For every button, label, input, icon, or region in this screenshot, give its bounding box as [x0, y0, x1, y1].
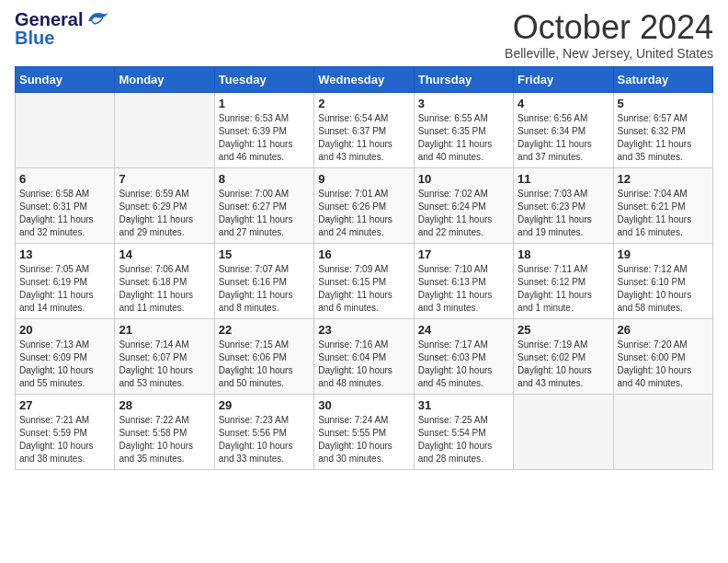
day-info: Sunrise: 6:54 AM Sunset: 6:37 PM Dayligh…: [318, 112, 409, 164]
day-info: Sunrise: 7:12 AM Sunset: 6:10 PM Dayligh…: [618, 263, 709, 315]
week-row-4: 20Sunrise: 7:13 AM Sunset: 6:09 PM Dayli…: [16, 318, 713, 394]
day-header-friday: Friday: [514, 66, 613, 92]
week-row-5: 27Sunrise: 7:21 AM Sunset: 5:59 PM Dayli…: [16, 394, 713, 469]
title-block: October 2024 Belleville, New Jersey, Uni…: [505, 9, 713, 61]
calendar-cell: 13Sunrise: 7:05 AM Sunset: 6:19 PM Dayli…: [16, 243, 115, 318]
day-info: Sunrise: 7:09 AM Sunset: 6:15 PM Dayligh…: [318, 263, 409, 315]
calendar-cell: 19Sunrise: 7:12 AM Sunset: 6:10 PM Dayli…: [613, 243, 712, 318]
calendar-cell: 10Sunrise: 7:02 AM Sunset: 6:24 PM Dayli…: [414, 167, 513, 243]
calendar-cell: [115, 92, 214, 167]
header: General Blue October 2024 Belleville, Ne…: [15, 9, 713, 61]
calendar-cell: 30Sunrise: 7:24 AM Sunset: 5:55 PM Dayli…: [314, 394, 414, 469]
day-info: Sunrise: 7:10 AM Sunset: 6:13 PM Dayligh…: [418, 263, 509, 315]
calendar-cell: 18Sunrise: 7:11 AM Sunset: 6:12 PM Dayli…: [514, 243, 613, 318]
calendar-cell: 28Sunrise: 7:22 AM Sunset: 5:58 PM Dayli…: [115, 394, 214, 469]
calendar-table: SundayMondayTuesdayWednesdayThursdayFrid…: [15, 66, 713, 470]
day-number: 13: [19, 247, 110, 261]
day-number: 27: [19, 398, 110, 412]
week-row-1: 1Sunrise: 6:53 AM Sunset: 6:39 PM Daylig…: [16, 92, 713, 167]
calendar-cell: 3Sunrise: 6:55 AM Sunset: 6:35 PM Daylig…: [414, 92, 513, 167]
day-header-wednesday: Wednesday: [314, 66, 414, 92]
day-number: 9: [318, 172, 409, 186]
calendar-cell: 4Sunrise: 6:56 AM Sunset: 6:34 PM Daylig…: [514, 92, 613, 167]
day-header-thursday: Thursday: [414, 66, 513, 92]
day-info: Sunrise: 7:15 AM Sunset: 6:06 PM Dayligh…: [219, 339, 310, 390]
day-info: Sunrise: 7:01 AM Sunset: 6:26 PM Dayligh…: [318, 188, 409, 239]
day-number: 16: [318, 247, 409, 261]
calendar-cell: 2Sunrise: 6:54 AM Sunset: 6:37 PM Daylig…: [314, 92, 414, 167]
day-info: Sunrise: 7:05 AM Sunset: 6:19 PM Dayligh…: [19, 263, 110, 315]
day-info: Sunrise: 6:53 AM Sunset: 6:39 PM Dayligh…: [219, 112, 310, 164]
day-info: Sunrise: 7:17 AM Sunset: 6:03 PM Dayligh…: [418, 339, 509, 390]
day-info: Sunrise: 7:16 AM Sunset: 6:04 PM Dayligh…: [318, 339, 409, 390]
day-info: Sunrise: 6:57 AM Sunset: 6:32 PM Dayligh…: [618, 112, 709, 164]
day-number: 25: [518, 323, 609, 337]
day-info: Sunrise: 7:14 AM Sunset: 6:07 PM Dayligh…: [119, 339, 210, 390]
day-number: 17: [418, 247, 509, 261]
day-info: Sunrise: 7:23 AM Sunset: 5:56 PM Dayligh…: [219, 414, 310, 465]
day-number: 30: [318, 398, 409, 412]
day-number: 4: [518, 97, 609, 110]
calendar-cell: 16Sunrise: 7:09 AM Sunset: 6:15 PM Dayli…: [314, 243, 414, 318]
day-info: Sunrise: 6:55 AM Sunset: 6:35 PM Dayligh…: [418, 112, 509, 164]
day-info: Sunrise: 7:04 AM Sunset: 6:21 PM Dayligh…: [618, 188, 709, 239]
day-header-monday: Monday: [115, 66, 214, 92]
calendar-cell: 26Sunrise: 7:20 AM Sunset: 6:00 PM Dayli…: [613, 318, 712, 394]
day-info: Sunrise: 7:25 AM Sunset: 5:54 PM Dayligh…: [418, 414, 509, 465]
day-info: Sunrise: 6:58 AM Sunset: 6:31 PM Dayligh…: [19, 188, 110, 239]
day-info: Sunrise: 7:00 AM Sunset: 6:27 PM Dayligh…: [219, 188, 310, 239]
calendar-cell: 21Sunrise: 7:14 AM Sunset: 6:07 PM Dayli…: [115, 318, 214, 394]
calendar-cell: 27Sunrise: 7:21 AM Sunset: 5:59 PM Dayli…: [16, 394, 115, 469]
day-info: Sunrise: 7:07 AM Sunset: 6:16 PM Dayligh…: [219, 263, 310, 315]
calendar-cell: 31Sunrise: 7:25 AM Sunset: 5:54 PM Dayli…: [414, 394, 513, 469]
day-info: Sunrise: 7:13 AM Sunset: 6:09 PM Dayligh…: [19, 339, 110, 390]
day-info: Sunrise: 7:06 AM Sunset: 6:18 PM Dayligh…: [119, 263, 210, 315]
day-info: Sunrise: 7:03 AM Sunset: 6:23 PM Dayligh…: [518, 188, 609, 239]
calendar-cell: 1Sunrise: 6:53 AM Sunset: 6:39 PM Daylig…: [214, 92, 313, 167]
week-row-2: 6Sunrise: 6:58 AM Sunset: 6:31 PM Daylig…: [16, 167, 713, 243]
day-number: 19: [618, 247, 709, 261]
calendar-cell: 24Sunrise: 7:17 AM Sunset: 6:03 PM Dayli…: [414, 318, 513, 394]
calendar-cell: 15Sunrise: 7:07 AM Sunset: 6:16 PM Dayli…: [214, 243, 313, 318]
day-number: 15: [219, 247, 310, 261]
day-header-saturday: Saturday: [613, 66, 712, 92]
calendar-cell: 7Sunrise: 6:59 AM Sunset: 6:29 PM Daylig…: [115, 167, 214, 243]
month-title: October 2024: [505, 9, 713, 46]
day-info: Sunrise: 7:22 AM Sunset: 5:58 PM Dayligh…: [119, 414, 210, 465]
calendar-container: General Blue October 2024 Belleville, Ne…: [0, 0, 728, 485]
calendar-cell: [16, 92, 115, 167]
day-number: 26: [618, 323, 709, 337]
logo: General Blue: [15, 9, 110, 49]
calendar-cell: 14Sunrise: 7:06 AM Sunset: 6:18 PM Dayli…: [115, 243, 214, 318]
day-header-sunday: Sunday: [16, 66, 115, 92]
day-number: 5: [618, 97, 709, 110]
day-number: 29: [219, 398, 310, 412]
day-number: 1: [219, 97, 310, 110]
logo-bird-icon: [85, 8, 110, 29]
day-info: Sunrise: 6:56 AM Sunset: 6:34 PM Dayligh…: [518, 112, 609, 164]
day-info: Sunrise: 7:21 AM Sunset: 5:59 PM Dayligh…: [19, 414, 110, 465]
calendar-cell: [514, 394, 613, 469]
header-row: SundayMondayTuesdayWednesdayThursdayFrid…: [16, 66, 713, 92]
calendar-cell: 22Sunrise: 7:15 AM Sunset: 6:06 PM Dayli…: [214, 318, 313, 394]
day-number: 31: [418, 398, 509, 412]
day-number: 22: [219, 323, 310, 337]
day-number: 28: [119, 398, 210, 412]
day-info: Sunrise: 7:19 AM Sunset: 6:02 PM Dayligh…: [518, 339, 609, 390]
day-number: 18: [518, 247, 609, 261]
day-number: 8: [219, 172, 310, 186]
calendar-cell: 20Sunrise: 7:13 AM Sunset: 6:09 PM Dayli…: [16, 318, 115, 394]
day-number: 7: [119, 172, 210, 186]
calendar-cell: 23Sunrise: 7:16 AM Sunset: 6:04 PM Dayli…: [314, 318, 414, 394]
calendar-cell: 12Sunrise: 7:04 AM Sunset: 6:21 PM Dayli…: [613, 167, 712, 243]
day-number: 6: [19, 172, 110, 186]
calendar-cell: 17Sunrise: 7:10 AM Sunset: 6:13 PM Dayli…: [414, 243, 513, 318]
day-number: 21: [119, 323, 210, 337]
week-row-3: 13Sunrise: 7:05 AM Sunset: 6:19 PM Dayli…: [16, 243, 713, 318]
calendar-cell: 25Sunrise: 7:19 AM Sunset: 6:02 PM Dayli…: [514, 318, 613, 394]
calendar-cell: 6Sunrise: 6:58 AM Sunset: 6:31 PM Daylig…: [16, 167, 115, 243]
day-number: 23: [318, 323, 409, 337]
location: Belleville, New Jersey, United States: [505, 46, 713, 61]
day-header-tuesday: Tuesday: [214, 66, 313, 92]
day-number: 14: [119, 247, 210, 261]
